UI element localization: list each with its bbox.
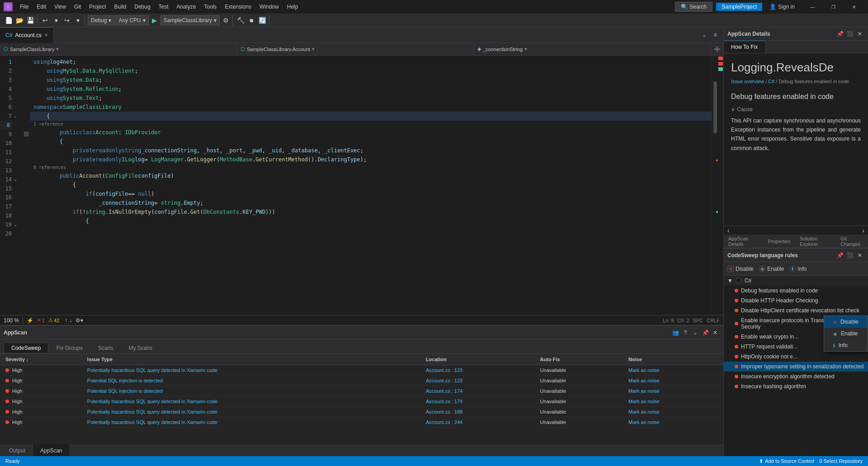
attach-process-btn[interactable]: ⚙ bbox=[221, 15, 231, 25]
run-btn[interactable]: ▶ bbox=[150, 15, 160, 25]
cs-list-item[interactable]: Debug features enabled in code bbox=[724, 286, 868, 296]
appscan-collapse-icon[interactable]: ⌄ bbox=[691, 328, 700, 337]
col-location[interactable]: Location bbox=[420, 354, 535, 365]
git-diff-icon[interactable]: ⚙▾ bbox=[75, 317, 83, 324]
menu-extensions[interactable]: Extensions bbox=[221, 3, 255, 11]
collapse-editor-btn[interactable]: ⌄ bbox=[700, 30, 709, 39]
restore-button[interactable]: ❐ bbox=[823, 0, 844, 14]
rp-tab-appscan-details[interactable]: AppScan Details bbox=[724, 235, 764, 248]
details-tab-how-to-fix[interactable]: How To Fix bbox=[724, 41, 765, 53]
col-noise[interactable]: Noise bbox=[623, 354, 723, 365]
table-row[interactable]: High Potentially hazardous SQL query det… bbox=[0, 417, 723, 428]
cs-list-item[interactable]: Disable HTTP Header Checking bbox=[724, 296, 868, 306]
table-row[interactable]: High Potential SQL injection is detected… bbox=[0, 376, 723, 386]
save-all-btn[interactable]: 💾 bbox=[25, 15, 35, 25]
refresh-btn[interactable]: 🔄 bbox=[257, 15, 267, 25]
codesweep-expand-btn[interactable]: ⬛ bbox=[845, 251, 854, 260]
sign-in-button[interactable]: 👤 Sign in bbox=[766, 4, 798, 10]
location-link[interactable]: Account.cs : 174 bbox=[426, 388, 462, 394]
run-project-dropdown[interactable]: SampleClassLibrary ▾ bbox=[160, 15, 220, 25]
location-link[interactable]: Account.cs : 188 bbox=[426, 409, 462, 414]
noise-link[interactable]: Mark as noise bbox=[628, 388, 659, 394]
noise-link[interactable]: Mark as noise bbox=[628, 419, 659, 425]
tab-my-scans[interactable]: My Scans bbox=[121, 343, 160, 353]
cs-list-item[interactable]: HttpOnly cookie not e... bbox=[724, 352, 868, 362]
warning-count-badge[interactable]: ⚠ 42 bbox=[48, 317, 59, 323]
ctx-info[interactable]: ℹ Info bbox=[824, 339, 868, 351]
table-row[interactable]: High Potentially hazardous SQL query det… bbox=[0, 396, 723, 407]
undo-btn[interactable]: ↩ bbox=[40, 15, 50, 25]
menu-view[interactable]: View bbox=[51, 3, 70, 11]
noise-link[interactable]: Mark as noise bbox=[628, 409, 659, 414]
select-repository-btn[interactable]: 0 Select Repository bbox=[818, 458, 864, 464]
breadcrumb-library[interactable]: ⬡ SampleClassLibrary ▾ bbox=[0, 43, 237, 56]
editor-content[interactable]: 1 2 3 4 5 6 7 8 9 10 11 12 13 14 bbox=[0, 56, 723, 315]
cause-header[interactable]: ∨ Cause bbox=[731, 106, 861, 113]
menu-window[interactable]: Window bbox=[256, 3, 283, 11]
appscan-help-icon[interactable]: ? bbox=[681, 328, 690, 337]
menu-build[interactable]: Build bbox=[111, 3, 130, 11]
tab-scans[interactable]: Scans bbox=[90, 343, 121, 353]
nav-down-btn[interactable]: ↓ bbox=[69, 317, 72, 324]
noise-link[interactable]: Mark as noise bbox=[628, 399, 659, 404]
open-btn[interactable]: 📂 bbox=[14, 15, 24, 25]
location-link[interactable]: Account.cs : 244 bbox=[426, 419, 462, 425]
tab-close-icon[interactable]: ✕ bbox=[44, 33, 48, 38]
details-nav-left-btn[interactable]: ‹ bbox=[726, 227, 731, 234]
menu-test[interactable]: Test bbox=[155, 3, 172, 11]
add-to-source-control-btn[interactable]: ⬆ Add to Source Control bbox=[757, 458, 816, 464]
enable-btn[interactable]: ◉ Enable bbox=[759, 266, 784, 272]
tab-fix-groups[interactable]: Fix Groups bbox=[48, 343, 90, 353]
add-file-button[interactable]: ➕ bbox=[711, 43, 723, 56]
issue-link[interactable]: Potentially hazardous SQL query detected… bbox=[87, 419, 217, 425]
issue-link[interactable]: Potentially hazardous SQL query detected… bbox=[87, 367, 217, 373]
menu-file[interactable]: File bbox=[16, 3, 32, 11]
search-button[interactable]: 🔍 Search bbox=[675, 2, 712, 12]
codesweep-close-btn[interactable]: ✕ bbox=[855, 251, 864, 260]
line-ending-status[interactable]: CRLF bbox=[707, 318, 720, 323]
rp-tab-properties[interactable]: Properties bbox=[764, 235, 795, 248]
breadcrumb-class[interactable]: ⬡ SampleClassLibrary.Account ▾ bbox=[237, 43, 474, 56]
cs-list-item[interactable]: Insecure hashing algorithm bbox=[724, 381, 868, 391]
new-project-btn[interactable]: 📄 bbox=[4, 15, 14, 25]
menu-project[interactable]: Project bbox=[85, 3, 109, 11]
editor-scrollbar[interactable] bbox=[712, 56, 718, 315]
tab-output[interactable]: Output bbox=[2, 444, 33, 456]
menu-edit[interactable]: Edit bbox=[33, 3, 50, 11]
ctx-enable[interactable]: ◉ Enable bbox=[824, 328, 868, 339]
appscan-close-icon[interactable]: ✕ bbox=[711, 328, 720, 337]
platform-dropdown[interactable]: Any CPU ▾ bbox=[115, 15, 148, 25]
rp-tab-solution-explorer[interactable]: Solution Explorer bbox=[795, 235, 836, 248]
cs-list-item[interactable]: Improper typename setting in serializati… bbox=[724, 362, 868, 372]
redo-dropdown[interactable]: ▾ bbox=[73, 15, 83, 25]
noise-link[interactable]: Mark as noise bbox=[628, 378, 659, 383]
codesweep-pin-btn[interactable]: 📌 bbox=[835, 251, 844, 260]
details-pin-btn[interactable]: 📌 bbox=[835, 29, 844, 38]
ctx-disable[interactable]: ⊘ Disable bbox=[824, 316, 868, 328]
cs-list-item[interactable]: Disable HttpClient certificate revocatio… bbox=[724, 306, 868, 315]
tab-codesweep[interactable]: CodeSweep bbox=[4, 343, 48, 353]
col-severity[interactable]: Severity ↓ bbox=[0, 354, 82, 365]
location-link[interactable]: Account.cs : 123 bbox=[426, 378, 462, 383]
close-button[interactable]: ✕ bbox=[844, 0, 864, 14]
error-count-badge[interactable]: ✕ 1 bbox=[37, 317, 45, 323]
code-editor[interactable]: using log4net; using MySql.Data.MySqlCli… bbox=[30, 56, 712, 315]
zoom-level[interactable]: 100 % bbox=[4, 317, 19, 324]
breadcrumb-member[interactable]: ◈ _connectionString ▾ bbox=[474, 43, 711, 56]
rp-tab-git-changes[interactable]: Git Changes bbox=[836, 235, 868, 248]
issue-link[interactable]: Potential SQL injection is detected bbox=[87, 378, 163, 383]
breadcrumb-issue-link[interactable]: Issue overview bbox=[731, 79, 764, 84]
menu-analyze[interactable]: Analyze bbox=[173, 3, 200, 11]
table-row[interactable]: High Potentially hazardous SQL query det… bbox=[0, 407, 723, 417]
issue-link[interactable]: Potentially hazardous SQL query detected… bbox=[87, 409, 217, 414]
details-close-btn[interactable]: ✕ bbox=[855, 29, 864, 38]
cancel-build-btn[interactable]: ■ bbox=[246, 15, 256, 25]
build-solution-btn[interactable]: 🔨 bbox=[236, 15, 245, 25]
location-link[interactable]: Account.cs : 123 bbox=[426, 367, 462, 373]
appscan-pin-icon[interactable]: 📌 bbox=[701, 328, 710, 337]
nav-up-btn[interactable]: ↑ bbox=[65, 317, 67, 324]
menu-git[interactable]: Git bbox=[71, 3, 85, 11]
issue-link[interactable]: Potential SQL injection is detected bbox=[87, 388, 163, 394]
appscan-users-icon[interactable]: 👥 bbox=[671, 328, 680, 337]
menu-tools[interactable]: Tools bbox=[200, 3, 220, 11]
